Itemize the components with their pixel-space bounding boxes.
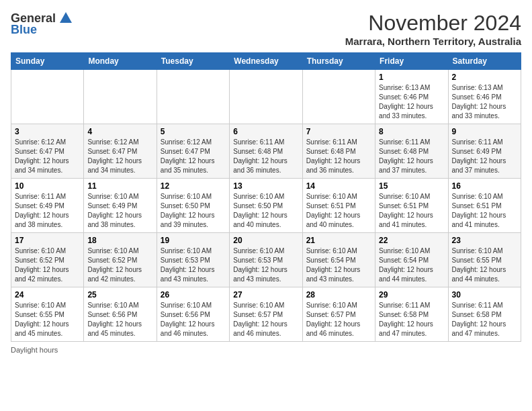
day-number: 27 — [233, 290, 298, 300]
day-number: 7 — [306, 127, 371, 136]
day-info: Sunrise: 6:10 AM Sunset: 6:55 PM Dayligh… — [15, 301, 80, 338]
calendar-cell — [11, 70, 84, 124]
day-number: 15 — [379, 181, 444, 191]
day-number: 20 — [233, 236, 298, 245]
day-info: Sunrise: 6:10 AM Sunset: 6:50 PM Dayligh… — [161, 192, 226, 230]
calendar-cell: 19Sunrise: 6:10 AM Sunset: 6:53 PM Dayli… — [157, 233, 229, 287]
calendar-cell: 2Sunrise: 6:13 AM Sunset: 6:46 PM Daylig… — [448, 70, 521, 124]
day-number: 11 — [87, 181, 152, 191]
day-info: Sunrise: 6:12 AM Sunset: 6:47 PM Dayligh… — [15, 138, 80, 175]
calendar-week-row: 10Sunrise: 6:11 AM Sunset: 6:49 PM Dayli… — [11, 179, 521, 233]
calendar-header-thursday: Thursday — [302, 53, 375, 70]
calendar-week-row: 17Sunrise: 6:10 AM Sunset: 6:52 PM Dayli… — [11, 233, 521, 287]
calendar-cell — [84, 70, 157, 124]
calendar-cell: 11Sunrise: 6:10 AM Sunset: 6:49 PM Dayli… — [84, 179, 157, 233]
day-info: Sunrise: 6:11 AM Sunset: 6:49 PM Dayligh… — [452, 138, 517, 175]
day-number: 8 — [379, 127, 444, 136]
day-number: 10 — [15, 181, 80, 191]
day-info: Sunrise: 6:11 AM Sunset: 6:48 PM Dayligh… — [306, 138, 371, 175]
calendar-cell: 16Sunrise: 6:10 AM Sunset: 6:51 PM Dayli… — [448, 179, 521, 233]
day-number: 29 — [379, 290, 444, 300]
day-info: Sunrise: 6:10 AM Sunset: 6:50 PM Dayligh… — [233, 192, 298, 230]
calendar-cell — [230, 70, 302, 124]
day-number: 4 — [87, 127, 152, 136]
day-info: Sunrise: 6:11 AM Sunset: 6:58 PM Dayligh… — [379, 301, 444, 338]
day-info: Sunrise: 6:13 AM Sunset: 6:46 PM Dayligh… — [379, 83, 444, 121]
day-info: Sunrise: 6:10 AM Sunset: 6:52 PM Dayligh… — [87, 246, 152, 284]
calendar-cell: 15Sunrise: 6:10 AM Sunset: 6:51 PM Dayli… — [375, 179, 448, 233]
logo-icon — [58, 11, 73, 26]
calendar-week-row: 24Sunrise: 6:10 AM Sunset: 6:55 PM Dayli… — [11, 287, 521, 342]
day-number: 1 — [379, 73, 444, 82]
calendar-header-monday: Monday — [84, 53, 157, 70]
logo: General Blue — [11, 11, 73, 37]
calendar-header-tuesday: Tuesday — [157, 53, 229, 70]
title-area: November 2024 Marrara, Northern Territor… — [345, 11, 521, 47]
day-number: 21 — [306, 236, 371, 245]
day-number: 26 — [161, 290, 226, 300]
calendar-cell: 12Sunrise: 6:10 AM Sunset: 6:50 PM Dayli… — [157, 179, 229, 233]
day-info: Sunrise: 6:10 AM Sunset: 6:51 PM Dayligh… — [452, 192, 517, 230]
day-number: 28 — [306, 290, 371, 300]
calendar-header-sunday: Sunday — [11, 53, 84, 70]
calendar-cell: 10Sunrise: 6:11 AM Sunset: 6:49 PM Dayli… — [11, 179, 84, 233]
footer-note: Daylight hours — [11, 346, 521, 354]
calendar-cell: 13Sunrise: 6:10 AM Sunset: 6:50 PM Dayli… — [230, 179, 302, 233]
calendar-week-row: 1Sunrise: 6:13 AM Sunset: 6:46 PM Daylig… — [11, 70, 521, 124]
calendar-cell: 27Sunrise: 6:10 AM Sunset: 6:57 PM Dayli… — [230, 287, 302, 342]
day-info: Sunrise: 6:13 AM Sunset: 6:46 PM Dayligh… — [452, 83, 517, 121]
calendar: SundayMondayTuesdayWednesdayThursdayFrid… — [11, 52, 521, 342]
day-number: 24 — [15, 290, 80, 300]
calendar-cell: 9Sunrise: 6:11 AM Sunset: 6:49 PM Daylig… — [448, 124, 521, 179]
calendar-cell: 6Sunrise: 6:11 AM Sunset: 6:48 PM Daylig… — [230, 124, 302, 179]
calendar-cell: 3Sunrise: 6:12 AM Sunset: 6:47 PM Daylig… — [11, 124, 84, 179]
day-number: 22 — [379, 236, 444, 245]
day-number: 6 — [233, 127, 298, 136]
calendar-header-saturday: Saturday — [448, 53, 521, 70]
calendar-cell: 25Sunrise: 6:10 AM Sunset: 6:56 PM Dayli… — [84, 287, 157, 342]
calendar-cell: 18Sunrise: 6:10 AM Sunset: 6:52 PM Dayli… — [84, 233, 157, 287]
calendar-cell: 8Sunrise: 6:11 AM Sunset: 6:48 PM Daylig… — [375, 124, 448, 179]
day-number: 18 — [87, 236, 152, 245]
calendar-cell: 30Sunrise: 6:11 AM Sunset: 6:58 PM Dayli… — [448, 287, 521, 342]
calendar-cell: 5Sunrise: 6:12 AM Sunset: 6:47 PM Daylig… — [157, 124, 229, 179]
calendar-cell: 14Sunrise: 6:10 AM Sunset: 6:51 PM Dayli… — [302, 179, 375, 233]
day-number: 25 — [87, 290, 152, 300]
day-info: Sunrise: 6:11 AM Sunset: 6:48 PM Dayligh… — [233, 138, 298, 175]
day-number: 3 — [15, 127, 80, 136]
day-number: 12 — [161, 181, 226, 191]
day-info: Sunrise: 6:12 AM Sunset: 6:47 PM Dayligh… — [87, 138, 152, 175]
day-info: Sunrise: 6:11 AM Sunset: 6:48 PM Dayligh… — [379, 138, 444, 175]
day-info: Sunrise: 6:10 AM Sunset: 6:52 PM Dayligh… — [15, 246, 80, 284]
day-info: Sunrise: 6:10 AM Sunset: 6:55 PM Dayligh… — [452, 246, 517, 284]
location-title: Marrara, Northern Territory, Australia — [345, 36, 521, 47]
day-info: Sunrise: 6:10 AM Sunset: 6:51 PM Dayligh… — [379, 192, 444, 230]
day-number: 2 — [452, 73, 517, 82]
day-number: 13 — [233, 181, 298, 191]
calendar-header-row: SundayMondayTuesdayWednesdayThursdayFrid… — [11, 53, 521, 70]
day-number: 14 — [306, 181, 371, 191]
month-title: November 2024 — [345, 11, 521, 36]
calendar-cell: 21Sunrise: 6:10 AM Sunset: 6:54 PM Dayli… — [302, 233, 375, 287]
day-number: 23 — [452, 236, 517, 245]
header: General Blue November 2024 Marrara, Nort… — [11, 11, 521, 47]
calendar-cell — [157, 70, 229, 124]
day-info: Sunrise: 6:12 AM Sunset: 6:47 PM Dayligh… — [161, 138, 226, 175]
calendar-cell: 26Sunrise: 6:10 AM Sunset: 6:56 PM Dayli… — [157, 287, 229, 342]
calendar-cell — [302, 70, 375, 124]
day-number: 30 — [452, 290, 517, 300]
calendar-cell: 24Sunrise: 6:10 AM Sunset: 6:55 PM Dayli… — [11, 287, 84, 342]
calendar-cell: 1Sunrise: 6:13 AM Sunset: 6:46 PM Daylig… — [375, 70, 448, 124]
day-number: 16 — [452, 181, 517, 191]
day-info: Sunrise: 6:10 AM Sunset: 6:51 PM Dayligh… — [306, 192, 371, 230]
day-info: Sunrise: 6:10 AM Sunset: 6:49 PM Dayligh… — [87, 192, 152, 230]
calendar-cell: 4Sunrise: 6:12 AM Sunset: 6:47 PM Daylig… — [84, 124, 157, 179]
calendar-cell: 17Sunrise: 6:10 AM Sunset: 6:52 PM Dayli… — [11, 233, 84, 287]
calendar-cell: 23Sunrise: 6:10 AM Sunset: 6:55 PM Dayli… — [448, 233, 521, 287]
day-number: 19 — [161, 236, 226, 245]
day-info: Sunrise: 6:11 AM Sunset: 6:49 PM Dayligh… — [15, 192, 80, 230]
day-info: Sunrise: 6:10 AM Sunset: 6:53 PM Dayligh… — [161, 246, 226, 284]
calendar-cell: 7Sunrise: 6:11 AM Sunset: 6:48 PM Daylig… — [302, 124, 375, 179]
logo-blue: Blue — [11, 23, 37, 37]
day-info: Sunrise: 6:10 AM Sunset: 6:56 PM Dayligh… — [87, 301, 152, 338]
